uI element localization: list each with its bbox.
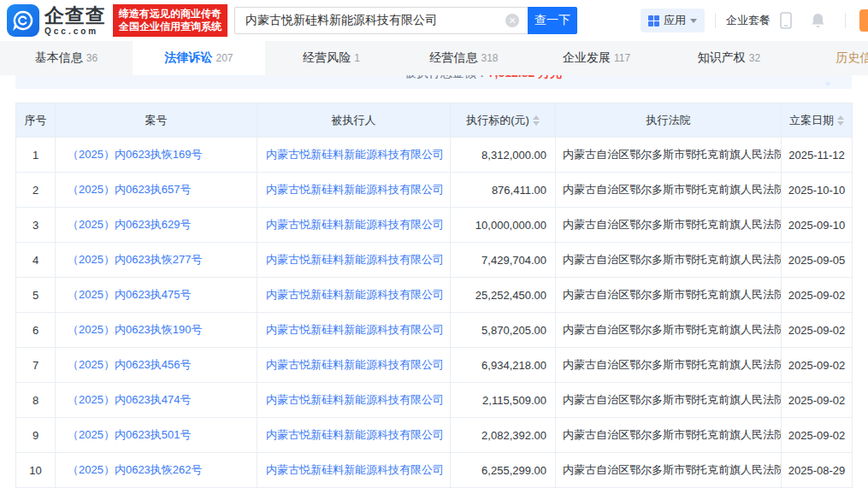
case-no-link[interactable]: （2025）内0623执474号 xyxy=(68,393,192,406)
case-no-link[interactable]: （2025）内0623执456号 xyxy=(68,358,192,371)
search-button[interactable]: 查一下 xyxy=(528,7,577,34)
cell-index: 8 xyxy=(16,383,56,418)
apps-menu-button[interactable]: 应用 xyxy=(641,9,705,32)
case-no-link[interactable]: （2025）内0623执恢169号 xyxy=(68,148,203,161)
cell-index: 1 xyxy=(16,138,56,173)
clear-search-icon[interactable]: ✕ xyxy=(505,14,519,27)
defendant-link[interactable]: 内蒙古悦新硅料新能源科技有限公司 xyxy=(266,253,444,266)
defendant-link[interactable]: 内蒙古悦新硅料新能源科技有限公司 xyxy=(266,358,444,371)
slogan-line1: 缔造有远见的商业传奇 xyxy=(119,8,221,21)
tab-5[interactable]: 企业发展 117 xyxy=(530,41,663,75)
table-row: 2 （2025）内0623执657号 内蒙古悦新硅料新能源科技有限公司 876,… xyxy=(16,173,853,208)
col-header-date: 立案日期 xyxy=(782,103,853,138)
cell-amount: 2,115,509.00 xyxy=(451,383,556,418)
table-row: 7 （2025）内0623执456号 内蒙古悦新硅料新能源科技有限公司 6,93… xyxy=(16,348,853,383)
case-no-link[interactable]: （2025）内0623执501号 xyxy=(68,428,192,441)
main-content: 被执行总金额： 7,512.82 万元 序号 案号 被执行人 执行标的(元) 执… xyxy=(0,75,868,488)
sort-amount-icon[interactable] xyxy=(533,115,540,126)
cell-case-no: （2025）内0623执501号 xyxy=(56,418,257,453)
tab-4[interactable]: 经营信息 318 xyxy=(398,41,530,75)
cell-court: 内蒙古自治区鄂尔多斯市鄂托克前旗人民法院 xyxy=(556,313,782,348)
cell-case-no: （2025）内0623执456号 xyxy=(56,348,257,383)
cell-court: 内蒙古自治区鄂尔多斯市鄂托克前旗人民法院 xyxy=(556,383,782,418)
enterprise-package-link[interactable]: 企业套餐 xyxy=(726,13,771,28)
notification-bell-icon[interactable] xyxy=(810,12,826,29)
cell-case-no: （2025）内0623执657号 xyxy=(56,173,257,208)
cell-case-no: （2025）内0623执629号 xyxy=(56,208,257,243)
tab-bar: 基本信息 36 法律诉讼 207 经营风险 1 经营信息 318 企业发展 11… xyxy=(0,41,868,75)
col-header-defendant: 被执行人 xyxy=(257,103,451,138)
cell-case-no: （2025）内0623执恢277号 xyxy=(56,243,257,278)
cell-amount: 6,934,218.00 xyxy=(451,348,556,383)
cell-date: 2025-11-12 xyxy=(782,138,853,173)
case-no-link[interactable]: （2025）内0623执恢262号 xyxy=(68,463,203,476)
tab-7[interactable]: 历史信息 xyxy=(795,41,868,75)
defendant-link[interactable]: 内蒙古悦新硅料新能源科技有限公司 xyxy=(266,463,444,476)
table-row: 1 （2025）内0623执恢169号 内蒙古悦新硅料新能源科技有限公司 8,3… xyxy=(16,138,853,173)
cell-court: 内蒙古自治区鄂尔多斯市鄂托克前旗人民法院 xyxy=(556,453,782,488)
cell-index: 10 xyxy=(16,453,56,488)
tab-2[interactable]: 法律诉讼 207 xyxy=(133,41,265,75)
defendant-link[interactable]: 内蒙古悦新硅料新能源科技有限公司 xyxy=(266,393,444,406)
brand-name: 企查查 xyxy=(44,6,106,26)
mobile-app-icon[interactable] xyxy=(779,12,793,29)
table-row: 10 （2025）内0623执恢262号 内蒙古悦新硅料新能源科技有限公司 6,… xyxy=(16,453,853,488)
cell-date: 2025-09-02 xyxy=(782,313,853,348)
cell-amount: 5,870,205.00 xyxy=(451,313,556,348)
header-right: 应用 企业套餐 xyxy=(641,0,868,41)
case-no-link[interactable]: （2025）内0623执恢190号 xyxy=(68,323,203,336)
cell-amount: 876,411.00 xyxy=(451,173,556,208)
logo[interactable]: 企查查 Qcc.com xyxy=(7,4,106,37)
case-no-link[interactable]: （2025）内0623执657号 xyxy=(68,183,192,196)
col-header-court: 执行法院 xyxy=(556,103,782,138)
defendant-link[interactable]: 内蒙古悦新硅料新能源科技有限公司 xyxy=(266,428,444,441)
cell-index: 5 xyxy=(16,278,56,313)
defendant-link[interactable]: 内蒙古悦新硅料新能源科技有限公司 xyxy=(266,218,444,231)
search-input[interactable] xyxy=(234,7,528,34)
tab-6[interactable]: 知识产权 32 xyxy=(663,41,795,75)
cell-date: 2025-09-02 xyxy=(782,418,853,453)
case-no-link[interactable]: （2025）内0623执恢277号 xyxy=(68,253,203,266)
cell-amount: 2,082,392.00 xyxy=(451,418,556,453)
cell-case-no: （2025）内0623执475号 xyxy=(56,278,257,313)
tab-3[interactable]: 经营风险 1 xyxy=(265,41,398,75)
table-row: 5 （2025）内0623执475号 内蒙古悦新硅料新能源科技有限公司 25,2… xyxy=(16,278,853,313)
table-row: 9 （2025）内0623执501号 内蒙古悦新硅料新能源科技有限公司 2,08… xyxy=(16,418,853,453)
cell-case-no: （2025）内0623执恢262号 xyxy=(56,453,257,488)
cell-defendant: 内蒙古悦新硅料新能源科技有限公司 xyxy=(257,383,451,418)
col-header-index: 序号 xyxy=(16,103,56,138)
logo-text: 企查查 Qcc.com xyxy=(44,6,106,36)
vip-button-clipped[interactable] xyxy=(859,9,868,32)
cell-date: 2025-09-02 xyxy=(782,348,853,383)
cell-date: 2025-09-02 xyxy=(782,383,853,418)
defendant-link[interactable]: 内蒙古悦新硅料新能源科技有限公司 xyxy=(266,323,444,336)
cell-defendant: 内蒙古悦新硅料新能源科技有限公司 xyxy=(257,418,451,453)
case-no-link[interactable]: （2025）内0623执475号 xyxy=(68,288,192,301)
tab-1[interactable]: 基本信息 36 xyxy=(0,41,133,75)
cell-defendant: 内蒙古悦新硅料新能源科技有限公司 xyxy=(257,138,451,173)
col-header-amount: 执行标的(元) xyxy=(451,103,556,138)
col-header-case-no: 案号 xyxy=(56,103,257,138)
cell-case-no: （2025）内0623执474号 xyxy=(56,383,257,418)
cell-court: 内蒙古自治区鄂尔多斯市鄂托克前旗人民法院 xyxy=(556,278,782,313)
cell-date: 2025-09-02 xyxy=(782,278,853,313)
cell-amount: 7,429,704.00 xyxy=(451,243,556,278)
cell-defendant: 内蒙古悦新硅料新能源科技有限公司 xyxy=(257,348,451,383)
cell-defendant: 内蒙古悦新硅料新能源科技有限公司 xyxy=(257,313,451,348)
table-row: 3 （2025）内0623执629号 内蒙古悦新硅料新能源科技有限公司 10,0… xyxy=(16,208,853,243)
defendant-link[interactable]: 内蒙古悦新硅料新能源科技有限公司 xyxy=(266,183,444,196)
cell-index: 4 xyxy=(16,243,56,278)
cell-court: 内蒙古自治区鄂尔多斯市鄂托克前旗人民法院 xyxy=(556,208,782,243)
cell-date: 2025-08-29 xyxy=(782,453,853,488)
cell-defendant: 内蒙古悦新硅料新能源科技有限公司 xyxy=(257,453,451,488)
slogan-banner: 缔造有远见的商业传奇 全国企业信用查询系统 xyxy=(113,4,227,37)
sort-date-icon[interactable] xyxy=(837,115,844,126)
case-no-link[interactable]: （2025）内0623执629号 xyxy=(68,218,192,231)
top-header: 企查查 Qcc.com 缔造有远见的商业传奇 全国企业信用查询系统 ✕ 查一下 … xyxy=(0,0,868,41)
apps-grid-icon xyxy=(648,15,659,26)
defendant-link[interactable]: 内蒙古悦新硅料新能源科技有限公司 xyxy=(266,288,444,301)
cell-amount: 10,000,000.00 xyxy=(451,208,556,243)
search-bar: ✕ 查一下 xyxy=(234,7,577,34)
defendant-link[interactable]: 内蒙古悦新硅料新能源科技有限公司 xyxy=(266,148,444,161)
table-row: 6 （2025）内0623执恢190号 内蒙古悦新硅料新能源科技有限公司 5,8… xyxy=(16,313,853,348)
